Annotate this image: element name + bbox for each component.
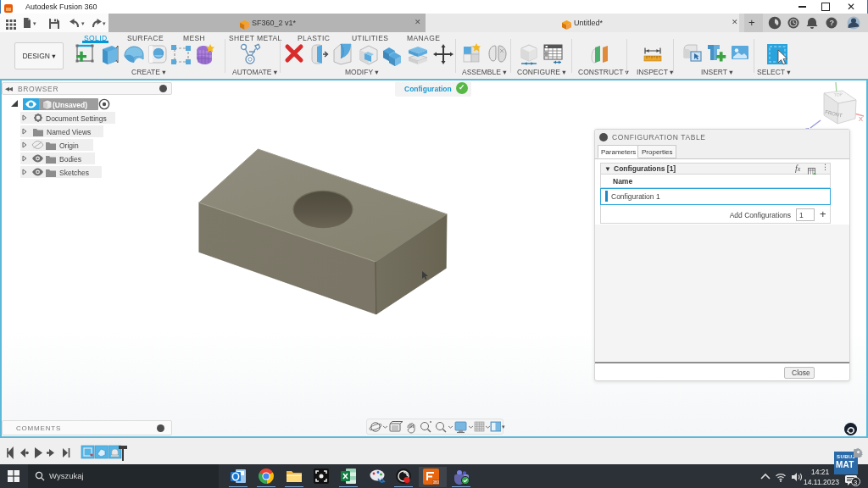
svg-text:TOP: TOP (833, 92, 843, 97)
svg-text:14:21: 14:21 (811, 468, 830, 476)
svg-text:Bodies: Bodies (59, 155, 81, 164)
svg-text:Origin: Origin (59, 141, 79, 150)
svg-text:?: ? (830, 19, 835, 27)
svg-text:14.11.2023: 14.11.2023 (804, 478, 839, 486)
svg-text:X: X (859, 115, 863, 123)
svg-text:(Unsaved): (Unsaved) (53, 101, 87, 109)
svg-text:Document Settings: Document Settings (46, 114, 107, 123)
svg-text:360: 360 (433, 480, 440, 485)
svg-text:Sketches: Sketches (59, 169, 89, 177)
svg-text:Named Views: Named Views (47, 128, 91, 136)
svg-text:3: 3 (854, 479, 857, 486)
